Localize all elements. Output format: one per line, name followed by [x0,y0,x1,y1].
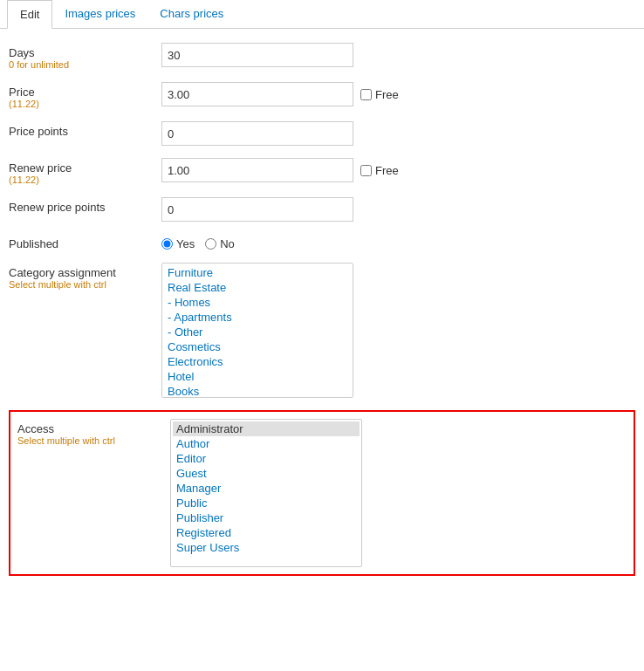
category-select[interactable]: FurnitureReal Estate- Homes- Apartments-… [161,263,353,398]
category-row: Category assignment Select multiple with… [9,263,635,398]
price-label: Price [9,86,153,99]
renew-price-points-input[interactable] [161,197,353,222]
access-section: Access Select multiple with ctrl Adminis… [9,410,635,576]
price-row: Price (11.22) Free [9,82,635,109]
renew-price-points-row: Renew price points [9,197,635,222]
access-select[interactable]: AdministratorAuthorEditorGuestManagerPub… [170,419,362,567]
published-control: Yes No [161,234,635,250]
access-sublabel: Select multiple with ctrl [17,435,161,446]
price-points-label-group: Price points [9,121,161,138]
tab-chars-prices[interactable]: Chars prices [147,0,236,29]
renew-price-sublabel: (11.22) [9,175,153,185]
renew-price-label: Renew price [9,161,153,175]
days-control [161,43,635,67]
access-label: Access [17,422,161,435]
published-no-option[interactable]: No [205,237,235,250]
category-select-wrap: FurnitureReal Estate- Homes- Apartments-… [161,263,353,398]
price-points-label: Price points [9,125,153,138]
renew-price-free-wrap: Free [360,164,399,177]
published-yes-option[interactable]: Yes [161,237,195,250]
renew-price-label-group: Renew price (11.22) [9,158,161,185]
published-yes-label: Yes [176,237,195,250]
renew-price-free-label: Free [375,164,399,177]
published-no-radio[interactable] [205,238,216,250]
published-no-label: No [220,237,235,250]
days-input[interactable] [161,43,353,67]
category-control: FurnitureReal Estate- Homes- Apartments-… [161,263,635,398]
price-sublabel: (11.22) [9,99,153,109]
price-free-wrap: Free [360,88,399,101]
edit-form: Days 0 for unlimited Price (11.22) Free … [0,43,644,602]
price-points-row: Price points [9,121,635,146]
price-points-control [161,121,635,146]
tab-bar: Edit Images prices Chars prices [0,0,644,29]
published-yes-radio[interactable] [161,238,173,250]
price-control: Free [161,82,635,106]
days-label: Days [9,46,153,59]
access-select-wrap: AdministratorAuthorEditorGuestManagerPub… [170,419,362,567]
tab-edit[interactable]: Edit [7,0,52,29]
price-free-checkbox[interactable] [360,89,372,100]
category-sublabel: Select multiple with ctrl [9,279,153,290]
published-row: Published Yes No [9,234,635,250]
access-label-group: Access Select multiple with ctrl [17,419,170,446]
days-sublabel: 0 for unlimited [9,59,153,70]
renew-price-control: Free [161,158,635,182]
tab-images-prices[interactable]: Images prices [52,0,147,29]
published-label-group: Published [9,234,161,250]
price-free-label: Free [375,88,399,101]
days-row: Days 0 for unlimited [9,43,635,70]
category-label: Category assignment [9,266,153,279]
price-label-group: Price (11.22) [9,82,161,109]
category-label-group: Category assignment Select multiple with… [9,263,161,290]
price-input[interactable] [161,82,353,106]
renew-price-free-checkbox[interactable] [360,165,372,176]
renew-price-points-label-group: Renew price points [9,197,161,214]
published-radio-group: Yes No [161,234,235,250]
published-label: Published [9,237,153,250]
renew-price-row: Renew price (11.22) Free [9,158,635,185]
renew-price-points-label: Renew price points [9,201,153,214]
renew-price-input[interactable] [161,158,353,182]
renew-price-points-control [161,197,635,222]
days-label-group: Days 0 for unlimited [9,43,161,70]
price-points-input[interactable] [161,121,353,146]
